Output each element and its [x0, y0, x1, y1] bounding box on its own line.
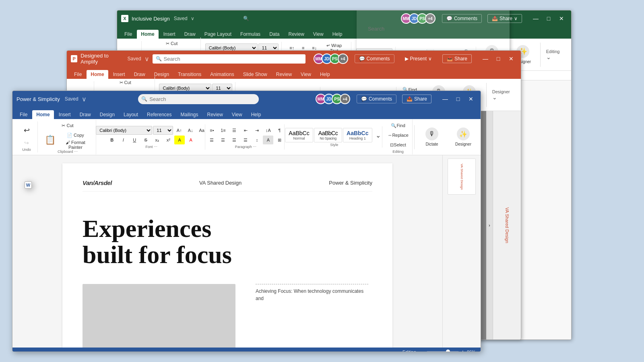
word-dictate-button[interactable]: 🎙 Dictate: [418, 125, 446, 149]
word-document-page: Van/Arsdel VA Shared Design Power & Simp…: [62, 163, 392, 348]
excel-tab-pagelayout[interactable]: Page Layout: [200, 30, 235, 39]
word-align-left-button[interactable]: ☰: [206, 136, 217, 144]
word-tab-help[interactable]: Help: [247, 110, 265, 119]
word-font-color-button[interactable]: A: [186, 136, 196, 144]
word-copy-button[interactable]: 📄 Copy: [58, 131, 93, 140]
word-minimize-button[interactable]: —: [440, 93, 451, 105]
ppt-tab-animations[interactable]: Animations: [206, 70, 238, 79]
excel-tab-file[interactable]: File: [120, 30, 136, 39]
word-style-normal[interactable]: AaBbCc Normal: [285, 128, 313, 142]
word-panel-item-1[interactable]: VA Shared Design: [448, 158, 476, 195]
ppt-maximize-button[interactable]: □: [493, 53, 504, 64]
word-close-button[interactable]: ✕: [465, 93, 477, 105]
word-editing-label: Editing: [392, 150, 404, 154]
word-indent-dec-button[interactable]: ⇤: [240, 126, 251, 135]
word-maximize-button[interactable]: □: [452, 93, 464, 105]
word-line-spacing-button[interactable]: ↕: [252, 136, 262, 144]
word-zoom-bar: − + 86%: [421, 349, 476, 352]
word-find-button[interactable]: 🔍 Find: [389, 121, 407, 130]
word-align-right-button[interactable]: ☰: [229, 136, 239, 144]
ppt-side-label: VA Shared Design: [505, 207, 510, 243]
ppt-close-button[interactable]: ✕: [506, 53, 517, 64]
word-style-nospace[interactable]: AaBbCc No Spacing: [314, 128, 342, 142]
word-clear-format-button[interactable]: Aa: [196, 126, 207, 135]
word-superscript-button[interactable]: x²: [163, 136, 173, 144]
word-zoom-in-button[interactable]: +: [461, 349, 464, 352]
word-tab-references[interactable]: References: [143, 110, 175, 119]
word-style-heading1[interactable]: AaBbCc Heading 1: [343, 128, 372, 142]
word-bullets-button[interactable]: ≡•: [206, 126, 217, 135]
ppt-minimize-button[interactable]: —: [480, 53, 491, 64]
ppt-search-input[interactable]: [153, 54, 305, 64]
word-justify-button[interactable]: ☰: [240, 136, 251, 144]
word-paste-button[interactable]: 📋: [43, 131, 58, 149]
word-replace-button[interactable]: ↔ Replace: [386, 131, 410, 140]
ppt-tab-review[interactable]: Review: [272, 70, 296, 79]
word-sort-button[interactable]: ↕A: [263, 126, 273, 135]
word-font-select[interactable]: Calibri (Body): [96, 126, 152, 135]
word-tab-home[interactable]: Home: [32, 110, 54, 119]
word-grow-font-button[interactable]: A↑: [174, 126, 184, 135]
ppt-comments-button[interactable]: 💬 Comments: [355, 54, 394, 63]
word-designer-icon: ✨: [457, 128, 470, 140]
word-underline-button[interactable]: U: [129, 136, 140, 144]
word-cut-button[interactable]: ✂ Cut: [60, 121, 75, 130]
word-show-marks-button[interactable]: ¶: [274, 126, 285, 135]
word-paragraph-group: ≡• 1≡ ☰ ⇤ ⇥ ↕A ¶ ☰ ☰ ☰ ☰ ↕ A ⊞: [207, 124, 285, 150]
word-ml-button[interactable]: ☰: [229, 126, 239, 135]
word-numbering-button[interactable]: 1≡: [218, 126, 228, 135]
ppt-present-button[interactable]: ▶ Present ∨: [400, 54, 437, 64]
word-redo-button[interactable]: ↪: [21, 138, 32, 147]
excel-minimize-button[interactable]: —: [530, 13, 541, 24]
word-bold-button[interactable]: B: [107, 136, 117, 144]
ppt-designer-expand[interactable]: Designer ⌄: [490, 89, 518, 101]
word-tab-review[interactable]: Review: [203, 110, 227, 119]
word-format-painter-button[interactable]: 🖌 Format Painter: [58, 140, 93, 149]
word-designer-button[interactable]: ✨ Designer: [449, 125, 477, 149]
word-zoom-slider[interactable]: [427, 351, 459, 352]
excel-maximize-button[interactable]: □: [543, 13, 554, 24]
word-select-button[interactable]: ⊡ Select: [388, 140, 408, 149]
word-border-button[interactable]: ⊞: [274, 136, 285, 144]
ppt-tab-view[interactable]: View: [297, 70, 315, 79]
word-tab-draw[interactable]: Draw: [76, 110, 95, 119]
excel-close-button[interactable]: ✕: [556, 13, 567, 24]
ppt-tab-file[interactable]: File: [70, 70, 86, 79]
word-tab-mailings[interactable]: Mailings: [176, 110, 202, 119]
word-tab-file[interactable]: File: [16, 110, 31, 119]
word-font-size-select[interactable]: 11: [153, 126, 173, 135]
word-highlight-button[interactable]: A: [174, 136, 185, 144]
ppt-scroll-right[interactable]: ›: [486, 111, 493, 339]
excel-cut-button[interactable]: ✂ Cut: [164, 39, 179, 48]
word-doc-content-row: Achieving Focus: When technology communi…: [83, 284, 372, 348]
word-tab-design[interactable]: Design: [96, 110, 119, 119]
word-shrink-font-button[interactable]: A↓: [185, 126, 196, 135]
word-styles-scroll-down[interactable]: ⌄: [373, 131, 384, 140]
word-search-input[interactable]: [138, 94, 259, 104]
ppt-share-button[interactable]: 📤 Share: [442, 54, 472, 63]
word-italic-button[interactable]: I: [118, 136, 128, 144]
ppt-tab-slideshow[interactable]: Slide Show: [239, 70, 271, 79]
excel-win-controls: — □ ✕: [530, 13, 567, 24]
word-subscript-button[interactable]: x₂: [152, 136, 162, 144]
word-style-nospace-preview: AaBbCc: [318, 130, 339, 136]
word-shading-button[interactable]: A: [263, 136, 273, 144]
word-undo-button[interactable]: ↩: [21, 123, 32, 138]
word-tab-insert[interactable]: Insert: [55, 110, 75, 119]
word-strikethrough-button[interactable]: S: [140, 136, 151, 144]
ppt-tab-help[interactable]: Help: [316, 70, 334, 79]
word-comments-button[interactable]: 💬 Comments: [357, 95, 396, 103]
word-share-button[interactable]: 📤 Share: [402, 95, 431, 103]
ppt-doc-title: Designed to Amplify: [80, 53, 122, 65]
word-right-panel: VA Shared Design: [442, 155, 481, 348]
word-tab-layout[interactable]: Layout: [120, 110, 142, 119]
word-doc-body-text: Achieving Focus: When technology communi…: [256, 284, 368, 302]
ppt-avatar-count: +4: [338, 53, 348, 64]
word-zoom-out-button[interactable]: −: [421, 349, 424, 352]
word-doc-content: Van/Arsdel VA Shared Design Power & Simp…: [12, 155, 481, 348]
word-align-center-button[interactable]: ☰: [218, 136, 228, 144]
ppt-cut-button[interactable]: ✂ Cut: [118, 78, 133, 87]
word-indent-inc-button[interactable]: ⇥: [252, 126, 262, 135]
ppt-tab-transitions[interactable]: Transitions: [174, 70, 205, 79]
word-tab-view[interactable]: View: [228, 110, 246, 119]
